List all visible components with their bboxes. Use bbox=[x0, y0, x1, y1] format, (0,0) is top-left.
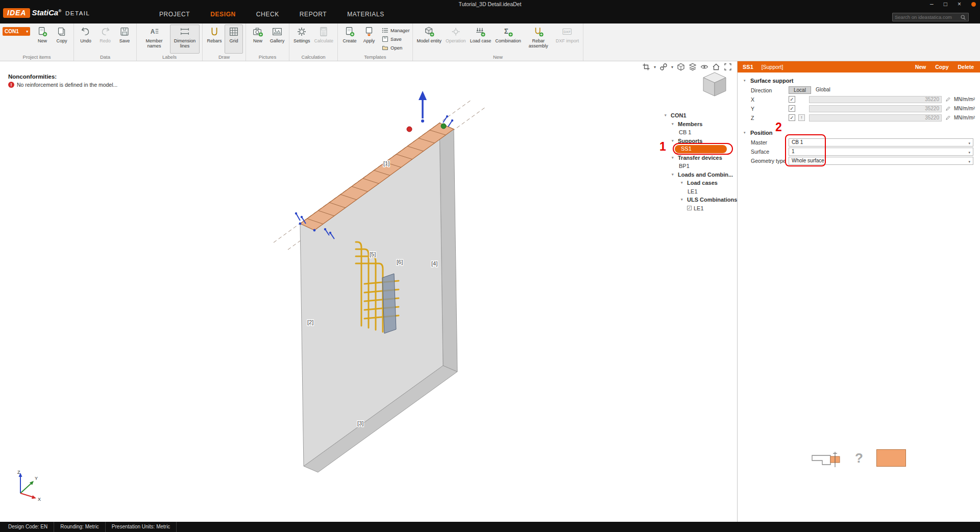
y-checkbox[interactable]: ✓ bbox=[789, 105, 795, 112]
support-copy-button[interactable]: Copy bbox=[935, 64, 948, 70]
tab-design[interactable]: DESIGN bbox=[210, 11, 236, 18]
position-hint-diagrams: ? bbox=[738, 449, 980, 472]
y-stiffness-field[interactable]: 35220 bbox=[809, 105, 942, 112]
tree-item-cb1[interactable]: CB 1 bbox=[662, 128, 737, 137]
statica-logo: StatiCa® bbox=[32, 8, 61, 17]
3d-viewport[interactable]: ▾ ▾ Nonconformities: bbox=[0, 61, 737, 522]
new-project-item-button[interactable]: New bbox=[33, 25, 52, 54]
header-actions: New Copy Delete bbox=[915, 64, 974, 70]
maximize-button[interactable]: □ bbox=[944, 1, 947, 8]
layers-icon[interactable] bbox=[689, 63, 697, 71]
tree-item-le1-combination[interactable]: ✓ LE1 bbox=[662, 204, 737, 213]
section-surface-support[interactable]: ▾ Surface support bbox=[738, 76, 980, 86]
tab-project[interactable]: PROJECT bbox=[159, 11, 190, 18]
minimize-button[interactable]: – bbox=[930, 1, 934, 8]
combination-icon: Σ bbox=[502, 26, 513, 37]
x-checkbox[interactable]: ✓ bbox=[789, 96, 795, 103]
close-button[interactable]: × bbox=[958, 1, 961, 8]
settings-button[interactable]: Settings bbox=[292, 25, 312, 54]
chevron-down-icon: ▾ bbox=[968, 158, 970, 165]
template-manager-button[interactable]: Manager bbox=[382, 27, 410, 34]
load-case-icon bbox=[475, 26, 486, 37]
link-views-icon[interactable] bbox=[659, 63, 668, 71]
rebar-assembly-button[interactable]: Rebar assembly bbox=[524, 25, 553, 54]
new-picture-button[interactable]: New bbox=[249, 25, 267, 54]
home-view-icon[interactable] bbox=[712, 63, 720, 71]
direction-global-button[interactable]: Global bbox=[811, 86, 835, 94]
x-stiffness-field[interactable]: 35220 bbox=[809, 96, 942, 103]
app-logo: IDEA StatiCa® DETAIL bbox=[3, 8, 90, 18]
member-names-button[interactable]: A Member names bbox=[139, 25, 169, 54]
dimension-lines-button[interactable]: Dimension lines bbox=[170, 25, 200, 54]
load-case-button[interactable]: Load case bbox=[469, 25, 493, 54]
properties-panel: SS1 [Support] New Copy Delete ▾ Surface … bbox=[738, 61, 980, 522]
support-new-button[interactable]: New bbox=[915, 64, 926, 70]
fit-view-icon[interactable] bbox=[724, 63, 732, 71]
3d-scene[interactable]: [1] [2] [3] [4] [5] [6] bbox=[0, 61, 737, 522]
chevron-down-icon[interactable]: ▾ bbox=[654, 65, 656, 69]
calculate-button[interactable]: Calculate bbox=[313, 25, 335, 54]
selected-object-type: [Support] bbox=[762, 64, 783, 70]
solid-view-icon[interactable] bbox=[677, 63, 685, 71]
clipping-icon[interactable] bbox=[642, 63, 650, 71]
tree-item-loads[interactable]: ▾ Loads and Combin... bbox=[662, 171, 737, 179]
template-create-button[interactable]: Create bbox=[340, 25, 359, 54]
dxf-import-button[interactable]: DXF DXF import bbox=[554, 25, 581, 54]
tab-report[interactable]: REPORT bbox=[300, 11, 327, 18]
x-axis-label: X bbox=[38, 497, 41, 501]
direction-row: Direction Local Global bbox=[738, 86, 980, 95]
edit-pencil-icon[interactable] bbox=[945, 106, 951, 111]
visibility-eye-icon[interactable] bbox=[700, 63, 708, 71]
operation-icon bbox=[450, 26, 461, 37]
ribbon-group-pictures: New Gallery Pictures bbox=[246, 23, 289, 61]
model-entity-icon bbox=[424, 26, 435, 37]
chevron-down-icon[interactable]: ▾ bbox=[671, 65, 673, 69]
redo-button[interactable]: Redo bbox=[96, 25, 114, 54]
model-entity-button[interactable]: Model entity bbox=[415, 25, 444, 54]
undo-button[interactable]: Undo bbox=[77, 25, 95, 54]
search-input[interactable] bbox=[895, 14, 960, 20]
chevron-down-icon: ▾ bbox=[968, 140, 970, 147]
rebars-button[interactable]: Rebars bbox=[205, 25, 224, 54]
z-direction-icon: ↑ bbox=[798, 114, 805, 121]
svg-text:[3]: [3] bbox=[357, 420, 363, 426]
z-checkbox[interactable]: ✓ bbox=[789, 114, 795, 121]
tree-item-bp1[interactable]: BP1 bbox=[662, 162, 737, 171]
navigation-cube[interactable] bbox=[700, 70, 729, 99]
annotation-step-1: 1 bbox=[659, 140, 666, 154]
direction-local-button[interactable]: Local bbox=[789, 86, 811, 94]
z-stiffness-field[interactable]: 35220 bbox=[809, 114, 942, 122]
template-save-button[interactable]: Save bbox=[382, 35, 410, 43]
template-apply-button[interactable]: Apply bbox=[360, 25, 378, 54]
project-item-selector[interactable]: CON1 ▾ bbox=[3, 27, 30, 36]
support-delete-button[interactable]: Delete bbox=[958, 64, 974, 70]
combination-button[interactable]: Σ Combination bbox=[494, 25, 523, 54]
transfer-plate[interactable] bbox=[382, 274, 396, 333]
tab-check[interactable]: CHECK bbox=[256, 11, 279, 18]
gallery-button[interactable]: Gallery bbox=[268, 25, 286, 54]
manager-icon bbox=[382, 27, 388, 34]
axes-triad: Z Y X bbox=[12, 469, 45, 501]
chevron-down-icon: ▾ bbox=[672, 139, 678, 143]
section-position[interactable]: ▾ Position bbox=[738, 128, 980, 138]
tree-item-le1[interactable]: LE1 bbox=[662, 187, 737, 196]
template-open-button[interactable]: Open bbox=[382, 44, 410, 52]
tree-item-load-cases[interactable]: ▾ Load cases bbox=[662, 179, 737, 187]
camera-icon bbox=[252, 26, 263, 37]
gallery-icon bbox=[272, 26, 283, 37]
operation-button[interactable]: Operation bbox=[444, 25, 468, 54]
edit-pencil-icon[interactable] bbox=[945, 96, 951, 102]
edit-pencil-icon[interactable] bbox=[945, 115, 951, 120]
recording-dot-icon bbox=[971, 2, 976, 7]
ribbon-group-templates: Create Apply Manager bbox=[338, 23, 413, 61]
master-row: Master CB 1 ▾ bbox=[738, 138, 980, 147]
tab-materials[interactable]: MATERIALS bbox=[347, 11, 384, 18]
chevron-down-icon: ▾ bbox=[681, 198, 687, 202]
warning-icon: ! bbox=[8, 82, 14, 88]
tree-item-uls-combinations[interactable]: ▾ ULS Combinations bbox=[662, 196, 737, 204]
tree-item-members[interactable]: ▾ Members bbox=[662, 120, 737, 129]
copy-project-item-button[interactable]: Copy bbox=[53, 25, 71, 54]
grid-button[interactable]: Grid bbox=[225, 25, 243, 54]
save-button[interactable]: Save bbox=[115, 25, 134, 54]
tree-item-con1[interactable]: ▾ CON1 bbox=[662, 111, 737, 120]
